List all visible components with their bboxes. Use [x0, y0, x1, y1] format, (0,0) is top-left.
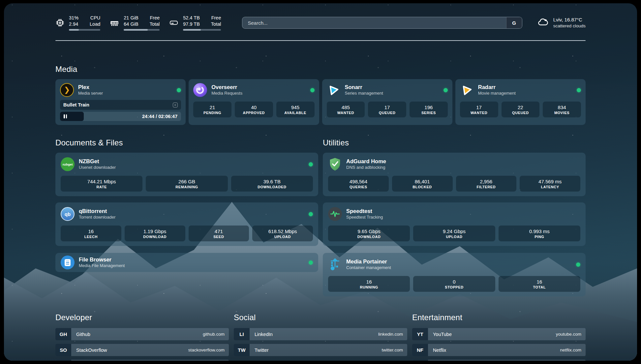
search-bar: G [242, 17, 522, 29]
dashboard-window: 31% 2.94 CPU Load [4, 3, 637, 361]
overseerr-title: Overseerr [211, 84, 242, 91]
session-display-icon [173, 103, 178, 107]
speedtest-stat-ping: 0.993 ms PING [499, 226, 580, 241]
qbittorrent-status-online-dot [309, 212, 313, 216]
sonarr-card[interactable]: Sonarr Series management 485 WANTED 17 Q… [322, 79, 452, 125]
qbittorrent-stat-upload: 618.52 Mbps UPLOAD [252, 226, 313, 241]
cpu-load-value: 2.94 [69, 21, 78, 27]
radarr-status-online-dot [577, 88, 581, 92]
bookmark-github[interactable]: GH Github github.com [55, 328, 229, 340]
plex-icon: ❯ [60, 83, 74, 97]
ram-icon [109, 18, 119, 27]
overseerr-card[interactable]: Overseerr Media Requests 21 PENDING 40 A… [189, 79, 319, 125]
nzbget-subtitle: Usenet downloader [79, 165, 116, 170]
bookmark-twitter[interactable]: TW Twitter twitter.com [234, 344, 407, 356]
nzbget-card[interactable]: nzbget NZBGet Usenet downloader 744.21 M… [55, 153, 318, 196]
disk-icon [169, 18, 179, 27]
nzbget-icon: nzbget [61, 157, 75, 171]
overseerr-icon [193, 83, 207, 97]
documents-section-title: Documents & Files [55, 138, 318, 147]
portainer-subtitle: Container management [346, 265, 391, 271]
entertainment-section: Entertainment YT YouTube youtube.com NF … [412, 313, 586, 361]
plex-playback-progress[interactable]: 24:44 / 02:06:47 [60, 112, 181, 121]
sonarr-icon [327, 83, 341, 97]
cloud-icon [537, 16, 549, 29]
sonarr-subtitle: Series management [345, 91, 383, 96]
bookmark-youtube[interactable]: YT YouTube youtube.com [412, 328, 586, 340]
cpu-label: CPU [90, 15, 100, 21]
sonarr-title: Sonarr [345, 84, 383, 91]
nzbget-stat-downloaded: 39.6 TB DOWNLOADED [231, 176, 313, 192]
utilities-section-title: Utilities [323, 138, 586, 147]
media-section-title: Media [55, 65, 586, 74]
playback-time: 24:44 / 02:06:47 [142, 114, 177, 119]
portainer-status-online-dot [576, 262, 580, 267]
sonarr-stat-wanted: 485 WANTED [327, 102, 365, 117]
ram-stat: 21 GiB 64 GiB Free Total [109, 15, 160, 31]
social-section: Social LI LinkedIn linkedin.com TW Twitt… [234, 313, 407, 361]
adguard-icon [328, 157, 342, 171]
sonarr-stat-series: 196 SERIES [410, 102, 448, 117]
search-input[interactable] [242, 17, 506, 28]
plex-card[interactable]: ❯ Plex Media server Bullet Train [55, 79, 186, 125]
bookmark-dev[interactable]: DT DEV dev.to [55, 360, 229, 361]
pause-icon[interactable] [64, 114, 67, 118]
radarr-card[interactable]: Radarr Movie management 17 WANTED 22 QUE… [455, 79, 586, 125]
radarr-icon [460, 83, 474, 97]
bookmark-stackoverflow[interactable]: SO StackOverflow stackoverflow.com [55, 344, 229, 356]
adguard-stat-queries: 498,564 QUERIES [328, 176, 389, 192]
nzbget-title: NZBGet [79, 158, 116, 165]
reddit-badge: RE [412, 360, 428, 361]
ram-free-value: 21 GiB [124, 15, 138, 21]
plex-status-online-dot [177, 88, 181, 92]
bookmark-netflix[interactable]: NF Netflix netflix.com [412, 344, 586, 356]
plex-now-playing-row[interactable]: Bullet Train [60, 100, 181, 110]
filebrowser-status-online-dot [309, 260, 313, 265]
speedtest-card[interactable]: Speedtest Speedtest Tracking 9.65 Gbps D… [323, 202, 586, 246]
qbittorrent-card[interactable]: qb qBittorrent Torrent downloader 16 LEE… [55, 202, 318, 246]
portainer-card[interactable]: Media Portainer Container management 16 … [323, 253, 586, 296]
portainer-stat-running: 16 RUNNING [328, 276, 410, 292]
portainer-title: Media Portainer [346, 258, 391, 265]
plex-subtitle: Media server [78, 91, 103, 96]
disk-stat: 52.4 TB 97.9 TB Free Total [169, 15, 221, 31]
radarr-stat-queued: 22 QUEUED [502, 102, 540, 117]
developer-section-title: Developer [55, 313, 229, 322]
qbittorrent-subtitle: Torrent downloader [79, 215, 115, 220]
stackoverflow-badge: SO [55, 344, 71, 356]
qbittorrent-stat-leech: 16 LEECH [61, 226, 121, 241]
disk-progress-bar [183, 29, 221, 31]
speedtest-icon [328, 207, 342, 221]
portainer-stat-stopped: 0 STOPPED [413, 276, 495, 292]
now-playing-title: Bullet Train [63, 102, 89, 107]
bookmark-reddit[interactable]: RE Reddit reddit.com [412, 360, 586, 361]
cpu-usage-value: 31% [69, 15, 78, 21]
qbittorrent-icon: qb [61, 207, 75, 221]
cpu-stat: 31% 2.94 CPU Load [55, 15, 100, 31]
ram-total-label: Total [150, 21, 160, 27]
header-divider [55, 40, 586, 41]
filebrowser-subtitle: Media File Management [79, 263, 125, 269]
search-engine-button[interactable]: G [506, 17, 522, 28]
speedtest-stat-upload: 9.24 Gbps UPLOAD [413, 226, 495, 241]
plex-title: Plex [78, 84, 103, 91]
radarr-subtitle: Movie management [478, 91, 516, 96]
overseerr-status-online-dot [310, 88, 315, 92]
disk-total-value: 97.9 TB [183, 21, 200, 27]
bookmark-linkedin[interactable]: LI LinkedIn linkedin.com [234, 328, 407, 340]
filebrowser-title: File Browser [79, 256, 125, 263]
overseerr-stat-pending: 21 PENDING [193, 102, 231, 117]
weather-widget: Lviv, 16.87°C scattered clouds [537, 16, 586, 29]
developer-section: Developer GH Github github.com SO StackO… [55, 313, 229, 361]
overseerr-subtitle: Media Requests [211, 91, 242, 96]
filebrowser-card[interactable]: File Browser Media File Management [55, 253, 318, 272]
linkedin-badge: LI [234, 328, 250, 340]
overseerr-stat-available: 945 AVAILABLE [276, 102, 315, 117]
adguard-card[interactable]: AdGuard Home DNS and adblocking 498,564 … [323, 153, 586, 196]
weather-condition: scattered clouds [553, 23, 586, 29]
adguard-title: AdGuard Home [346, 158, 386, 165]
portainer-icon [328, 258, 342, 271]
weather-location-temp: Lviv, 16.87°C [553, 16, 586, 23]
youtube-badge: YT [412, 328, 428, 340]
adguard-subtitle: DNS and adblocking [346, 165, 386, 170]
